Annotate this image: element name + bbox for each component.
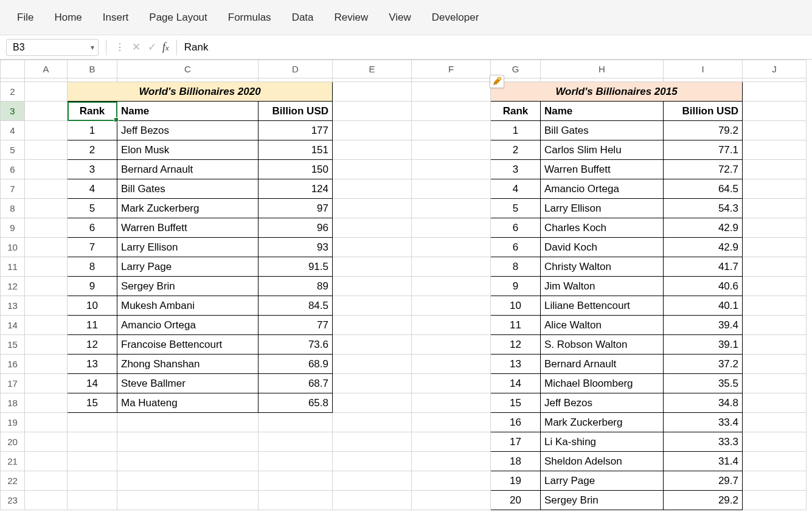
cell-I18[interactable]: 34.8 [664,393,743,413]
cell-G3[interactable]: Rank [491,102,541,121]
cell-F3[interactable] [412,102,491,121]
cell-H16[interactable]: Bernard Arnault [541,355,664,374]
cell-A8[interactable] [25,199,68,218]
cell-H17[interactable]: Michael Bloomberg [541,374,664,393]
cell-H4[interactable]: Bill Gates [541,121,664,140]
row-header-18[interactable]: 18 [1,393,25,413]
cell-B15[interactable]: 12 [68,335,117,355]
cell-H9[interactable]: Charles Koch [541,218,664,238]
row-header-20[interactable]: 20 [1,432,25,452]
name-box[interactable]: ▾ [6,39,99,56]
cell-D15[interactable]: 73.6 [259,335,333,355]
row-header-12[interactable]: 12 [1,277,25,296]
cell-E17[interactable] [333,374,412,393]
cell-F20[interactable] [412,432,491,452]
col-header-h[interactable]: H [541,60,664,78]
cell-F21[interactable] [412,452,491,471]
cell-A17[interactable] [25,374,68,393]
cell-G22[interactable]: 19 [491,471,541,491]
cell-I10[interactable]: 42.9 [664,238,743,257]
cell-I17[interactable]: 35.5 [664,374,743,393]
cell-D6[interactable]: 150 [259,160,333,179]
ribbon-tab-file[interactable]: File [17,12,33,24]
cell-E15[interactable] [333,335,412,355]
cell-A3[interactable] [25,102,68,121]
row-header-22[interactable]: 22 [1,471,25,491]
cell-C3[interactable]: Name [117,102,259,121]
cell-C6[interactable]: Bernard Arnault [117,160,259,179]
ribbon-tab-review[interactable]: Review [335,12,369,24]
ribbon-tab-insert[interactable]: Insert [103,12,129,24]
row-header-14[interactable]: 14 [1,316,25,335]
cell-F12[interactable] [412,277,491,296]
cell-D22[interactable] [259,471,333,491]
row-header-17[interactable]: 17 [1,374,25,393]
cell-A23[interactable] [25,491,68,510]
row-header-15[interactable]: 15 [1,335,25,355]
cell-C12[interactable]: Sergey Brin [117,277,259,296]
cell-E5[interactable] [333,140,412,160]
col-header-a[interactable]: A [25,60,68,78]
cell-E19[interactable] [333,413,412,432]
cell-I15[interactable]: 39.1 [664,335,743,355]
cell-I12[interactable]: 40.6 [664,277,743,296]
cell-F9[interactable] [412,218,491,238]
cell-E11[interactable] [333,257,412,277]
col-header-c[interactable]: C [117,60,259,78]
cell-F19[interactable] [412,413,491,432]
cell-D12[interactable]: 89 [259,277,333,296]
cell-G15[interactable]: 12 [491,335,541,355]
cell-B13[interactable]: 10 [68,296,117,316]
cell-F16[interactable] [412,355,491,374]
ribbon-tab-formulas[interactable]: Formulas [228,12,271,24]
cell-H18[interactable]: Jeff Bezos [541,393,664,413]
cell-C11[interactable]: Larry Page [117,257,259,277]
cell-E13[interactable] [333,296,412,316]
cell-H19[interactable]: Mark Zuckerberg [541,413,664,432]
cell-B2[interactable]: World's Billionaires 2020 [68,82,333,102]
cell-G18[interactable]: 15 [491,393,541,413]
col-header-i[interactable]: I [664,60,743,78]
cell-I3[interactable]: Billion USD [664,102,743,121]
cell-D10[interactable]: 93 [259,238,333,257]
cell-A7[interactable] [25,179,68,199]
cell-G7[interactable]: 4 [491,179,541,199]
cell-F7[interactable] [412,179,491,199]
cell-F2[interactable] [412,82,491,102]
cell-G6[interactable]: 3 [491,160,541,179]
ribbon-tab-home[interactable]: Home [54,12,82,24]
cell-A16[interactable] [25,355,68,374]
cell-D13[interactable]: 84.5 [259,296,333,316]
cell-E22[interactable] [333,471,412,491]
cell-F15[interactable] [412,335,491,355]
cell-I4[interactable]: 79.2 [664,121,743,140]
cell-B22[interactable] [68,471,117,491]
cell-F14[interactable] [412,316,491,335]
cell-D19[interactable] [259,413,333,432]
cell-D18[interactable]: 65.8 [259,393,333,413]
worksheet-grid[interactable]: A B C D E F G H I J 2World's Billionaire… [0,60,812,510]
cell-G10[interactable]: 6 [491,238,541,257]
row-header-11[interactable]: 11 [1,257,25,277]
cell-C18[interactable]: Ma Huateng [117,393,259,413]
cell-I19[interactable]: 33.4 [664,413,743,432]
cell-A22[interactable] [25,471,68,491]
cell-E8[interactable] [333,199,412,218]
cell-J23[interactable] [743,491,807,510]
cell-B23[interactable] [68,491,117,510]
row-header-8[interactable]: 8 [1,199,25,218]
formula-input[interactable]: Rank [184,41,209,54]
cell-H10[interactable]: David Koch [541,238,664,257]
cell-A2[interactable] [25,82,68,102]
cell-C22[interactable] [117,471,259,491]
cell-B18[interactable]: 15 [68,393,117,413]
cell-E10[interactable] [333,238,412,257]
cell-J11[interactable] [743,257,807,277]
cell-D8[interactable]: 97 [259,199,333,218]
cell-C9[interactable]: Warren Buffett [117,218,259,238]
row-header-13[interactable]: 13 [1,296,25,316]
cell-J5[interactable] [743,140,807,160]
cell-A4[interactable] [25,121,68,140]
cell-J6[interactable] [743,160,807,179]
cell-D17[interactable]: 68.7 [259,374,333,393]
